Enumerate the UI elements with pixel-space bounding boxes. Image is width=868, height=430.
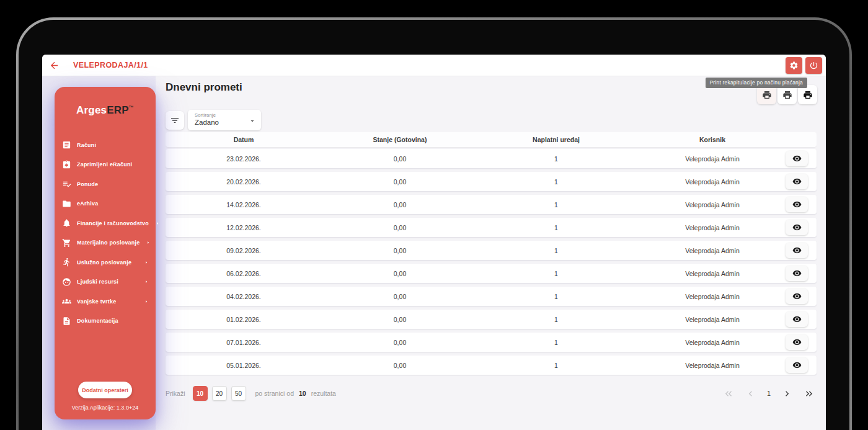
pagination-bar: Prikaži 10 20 50 po stranici od 10 rezul…	[166, 385, 817, 402]
document-icon	[62, 316, 71, 326]
sort-label: Sortiranje	[195, 112, 256, 118]
view-row-button[interactable]	[786, 220, 808, 235]
first-page-button[interactable]	[724, 388, 735, 399]
folder-icon	[62, 199, 71, 208]
row-device: 1	[478, 339, 634, 346]
group-icon	[62, 297, 71, 306]
row-date: 23.02.2026.	[166, 155, 322, 163]
view-row-button[interactable]	[786, 334, 808, 350]
print-icon	[803, 90, 813, 100]
cart-icon	[62, 238, 71, 248]
eye-icon	[792, 246, 802, 255]
additional-operators-button[interactable]: Dodatni operateri	[78, 382, 132, 398]
last-page-button[interactable]	[803, 388, 814, 399]
sidebar-item[interactable]: Uslužno poslovanje	[55, 253, 156, 272]
sidebar-item-label: Materijalno poslovanje	[77, 240, 140, 246]
eye-icon	[792, 154, 802, 163]
row-user: Veleprodaja Admin	[634, 293, 790, 300]
table-row[interactable]: 14.02.2026. 0,00 1 Veleprodaja Admin	[166, 195, 817, 214]
row-device: 1	[478, 362, 634, 369]
sidebar-item[interactable]: eArhiva	[55, 194, 156, 214]
prev-page-button[interactable]	[745, 388, 756, 399]
sidebar-item-label: Vanjske tvrtke	[77, 298, 116, 305]
eye-icon	[792, 200, 802, 209]
app-logo: ArgesERP™	[55, 104, 156, 117]
chevron-left-icon	[745, 388, 756, 399]
bell-icon	[62, 218, 71, 228]
sidebar-item[interactable]: Računi	[55, 135, 156, 155]
row-date: 04.02.2026.	[166, 293, 322, 300]
power-icon	[809, 61, 818, 70]
sidebar-item[interactable]: Vanjske tvrtke	[55, 292, 156, 311]
back-button[interactable]	[48, 60, 60, 71]
column-header: Korisnik	[634, 136, 790, 143]
table-row[interactable]: 04.02.2026. 0,00 1 Veleprodaja Admin	[166, 287, 817, 306]
settings-button[interactable]	[786, 57, 802, 74]
row-user: Veleprodaja Admin	[634, 178, 790, 186]
sidebar-item-label: Zaprimljeni eRačuni	[77, 161, 132, 168]
row-balance: 0,00	[322, 316, 478, 323]
total-results: 10	[299, 390, 306, 397]
sidebar-item[interactable]: Zaprimljeni eRačuni	[55, 155, 156, 175]
sidebar-item[interactable]: Dokumentacija	[55, 311, 156, 331]
row-user: Veleprodaja Admin	[634, 201, 790, 208]
gear-icon	[789, 61, 799, 70]
table-row[interactable]: 05.01.2026. 0,00 1 Veleprodaja Admin	[166, 356, 817, 375]
sidebar: ArgesERP™ Računi Zaprimljeni eRačuni	[55, 87, 156, 419]
row-balance: 0,00	[322, 339, 478, 346]
arrow-back-icon	[49, 60, 60, 71]
view-row-button[interactable]	[786, 289, 808, 304]
row-date: 06.02.2026.	[166, 270, 322, 277]
daily-revenue-table: Datum Stanje (Gotovina) Naplatni uređaj …	[166, 132, 817, 378]
table-row[interactable]: 06.02.2026. 0,00 1 Veleprodaja Admin	[166, 264, 817, 283]
chevron-right-icon	[154, 220, 161, 226]
table-row[interactable]: 20.02.2026. 0,00 1 Veleprodaja Admin	[166, 172, 817, 191]
run-icon	[62, 258, 71, 267]
column-header: Datum	[166, 136, 322, 143]
print-icon	[782, 90, 792, 100]
table-row[interactable]: 23.02.2026. 0,00 1 Veleprodaja Admin	[166, 149, 817, 168]
chevron-right-icon	[143, 279, 149, 285]
sidebar-item[interactable]: Ponude	[55, 174, 156, 194]
table-header: Datum Stanje (Gotovina) Naplatni uređaj …	[166, 132, 817, 147]
topbar-actions	[786, 57, 822, 74]
view-row-button[interactable]	[786, 243, 808, 258]
logout-button[interactable]	[805, 57, 822, 74]
per-page-label: po stranici od	[255, 390, 294, 397]
column-header: Naplatni uređaj	[478, 136, 634, 143]
print-icon	[762, 90, 772, 100]
view-row-button[interactable]	[786, 174, 808, 189]
view-row-button[interactable]	[786, 311, 808, 327]
page-size-button[interactable]: 50	[231, 386, 246, 401]
sidebar-item-label: Uslužno poslovanje	[77, 259, 131, 266]
view-row-button[interactable]	[786, 151, 808, 166]
view-row-button[interactable]	[786, 266, 808, 281]
row-device: 1	[478, 201, 634, 208]
row-balance: 0,00	[322, 155, 478, 163]
row-balance: 0,00	[322, 178, 478, 186]
show-label: Prikaži	[166, 390, 185, 397]
eye-icon	[792, 223, 802, 232]
chevron-right-icon	[782, 388, 792, 399]
page-size-button[interactable]: 10	[193, 386, 208, 401]
page-size-button[interactable]: 20	[212, 386, 227, 401]
row-balance: 0,00	[322, 201, 478, 208]
next-page-button[interactable]	[781, 388, 792, 399]
table-row[interactable]: 07.01.2026. 0,00 1 Veleprodaja Admin	[166, 333, 817, 352]
table-row[interactable]: 12.02.2026. 0,00 1 Veleprodaja Admin	[166, 218, 817, 237]
sidebar-item[interactable]: Ljudski resursi	[55, 272, 156, 292]
table-row[interactable]: 09.02.2026. 0,00 1 Veleprodaja Admin	[166, 241, 817, 260]
sort-value: Zadano	[195, 119, 256, 126]
row-user: Veleprodaja Admin	[634, 316, 790, 323]
row-user: Veleprodaja Admin	[634, 155, 790, 163]
sidebar-item[interactable]: Materijalno poslovanje	[55, 233, 156, 253]
view-row-button[interactable]	[786, 197, 808, 212]
eye-icon	[792, 177, 802, 186]
row-device: 1	[478, 270, 634, 277]
double-chevron-right-icon	[804, 388, 814, 399]
table-row[interactable]: 01.02.2026. 0,00 1 Veleprodaja Admin	[166, 310, 817, 329]
view-row-button[interactable]	[786, 357, 808, 373]
filter-button[interactable]	[166, 111, 184, 130]
sort-dropdown[interactable]: Sortiranje Zadano	[188, 110, 261, 130]
sidebar-item[interactable]: Financije i računovodstvo	[55, 213, 156, 233]
